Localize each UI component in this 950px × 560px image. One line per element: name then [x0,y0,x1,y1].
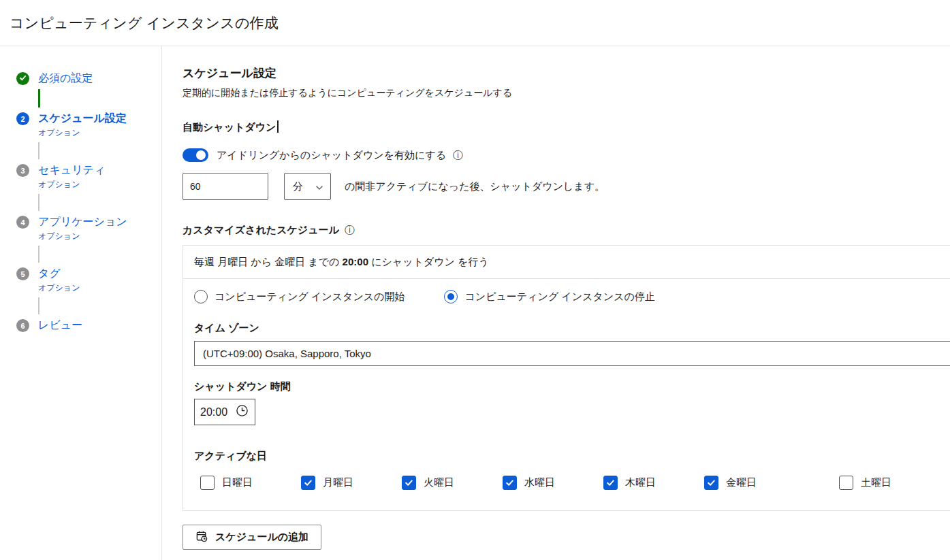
section-description: 定期的に開始または停止するようにコンピューティングをスケジュールする [183,87,950,99]
timezone-label: タイム ゾーン [194,322,950,335]
step-connector [38,297,39,314]
wizard-steps-sidebar: 必須の設定 2 スケジュール設定 オプション 3 セキュリティ オプション 4 … [0,46,162,560]
toggle-knob [196,150,206,160]
shutdown-time-label: シャットダウン 時間 [194,380,950,393]
schedule-summary: 毎週 月曜日 から 金曜日 までの 20:00 にシャットダウン を行う [183,246,950,279]
sidebar-item-required-settings[interactable]: 必須の設定 [16,71,161,86]
sidebar-item-review[interactable]: 6 レビュー [16,318,161,333]
step-number-circle: 6 [16,319,29,332]
sidebar-item-schedule-settings[interactable]: 2 スケジュール設定 オプション [16,111,161,139]
schedule-summary-time: 20:00 [343,256,368,267]
page-title: コンピューティング インスタンスの作成 [10,14,950,33]
timezone-value: (UTC+09:00) Osaka, Sapporo, Tokyo [203,348,371,359]
clock-icon[interactable] [236,404,249,420]
step-number-circle: 5 [16,267,29,280]
checkbox-monday[interactable]: 月曜日 [301,476,402,490]
checkbox-label: 水曜日 [524,476,555,489]
sidebar-item-sublabel: オプション [38,127,127,139]
info-icon[interactable]: ⓘ [345,224,355,236]
checkbox-label: 火曜日 [424,476,454,489]
text-cursor [277,120,279,133]
step-number-circle: 2 [16,112,29,125]
radio-circle [444,290,458,303]
sidebar-item-applications[interactable]: 4 アプリケーション オプション [16,214,161,242]
checkbox-saturday[interactable]: 土曜日 [839,476,940,490]
checkbox-label: 金曜日 [726,476,757,489]
checkbox-label: 土曜日 [861,476,891,489]
step-number-circle: 3 [16,164,29,177]
sidebar-item-label[interactable]: 必須の設定 [38,71,93,86]
auto-shutdown-heading: 自動シャットダウン [183,120,950,134]
checkbox-wednesday[interactable]: 水曜日 [503,476,603,490]
checkbox-box [704,476,718,490]
shutdown-time-value: 20:00 [200,406,227,418]
sidebar-item-label[interactable]: アプリケーション [38,214,127,229]
checkbox-box [402,476,416,490]
checkbox-box [603,476,618,490]
schedule-card: 毎週 月曜日 から 金曜日 までの 20:00 にシャットダウン を行う コンピ… [183,245,950,511]
section-title: スケジュール設定 [183,65,950,81]
active-days-group: 日曜日 月曜日 火曜日 水曜日 木曜日 [200,476,950,490]
calendar-add-icon [195,530,208,545]
active-days-label: アクティブな日 [194,450,950,463]
step-number-circle: 4 [16,216,29,229]
sidebar-item-sublabel: オプション [38,179,105,191]
idle-unit-select[interactable]: 分 [284,173,331,200]
checkbox-box [200,476,215,490]
checkbox-box [301,476,315,490]
step-connector [38,142,39,159]
step-connector [38,246,39,263]
sidebar-item-label[interactable]: スケジュール設定 [38,111,127,126]
sidebar-item-label[interactable]: レビュー [38,318,82,333]
idle-shutdown-toggle-label: アイドリングからのシャットダウンを有効にする [217,149,446,162]
sidebar-item-label[interactable]: セキュリティ [38,163,105,178]
sidebar-item-security[interactable]: 3 セキュリティ オプション [16,163,161,191]
radio-label: コンピューティング インスタンスの停止 [464,291,654,303]
radio-stop-instance[interactable]: コンピューティング インスタンスの停止 [444,290,654,303]
timezone-select[interactable]: (UTC+09:00) Osaka, Sapporo, Tokyo [194,341,950,366]
checkbox-sunday[interactable]: 日曜日 [200,476,301,490]
custom-schedule-heading: カスタマイズされたスケジュールⓘ [183,224,950,237]
add-schedule-button[interactable]: スケジュールの追加 [183,525,321,550]
checkbox-friday[interactable]: 金曜日 [704,476,839,490]
chevron-down-icon [315,181,323,193]
radio-start-instance[interactable]: コンピューティング インスタンスの開始 [194,290,405,303]
checkbox-box [503,476,517,490]
idle-suffix-text: の間非アクティブになった後、シャットダウンします。 [345,180,605,193]
info-icon[interactable]: ⓘ [453,149,463,162]
idle-shutdown-toggle[interactable] [183,148,208,162]
add-schedule-button-label: スケジュールの追加 [215,531,308,544]
checkbox-box [839,476,853,490]
idle-unit-value: 分 [293,180,303,193]
page-header: コンピューティング インスタンスの作成 [0,0,950,46]
checkbox-label: 月曜日 [323,476,353,489]
idle-minutes-input[interactable] [183,173,268,200]
sidebar-item-sublabel: オプション [38,282,80,294]
step-connector [38,89,40,108]
checkbox-label: 日曜日 [222,476,253,489]
radio-label: コンピューティング インスタンスの開始 [215,291,405,303]
step-done-circle [16,72,29,85]
step-connector [38,194,39,211]
sidebar-item-tags[interactable]: 5 タグ オプション [16,266,161,294]
radio-circle [194,290,208,303]
check-icon [19,74,27,83]
checkbox-thursday[interactable]: 木曜日 [603,476,704,490]
shutdown-time-input[interactable]: 20:00 [194,399,255,425]
schedule-settings-panel: スケジュール設定 定期的に開始または停止するようにコンピューティングをスケジュー… [162,46,950,560]
sidebar-item-sublabel: オプション [38,231,127,242]
checkbox-label: 木曜日 [625,476,656,489]
checkbox-tuesday[interactable]: 火曜日 [402,476,503,490]
sidebar-item-label[interactable]: タグ [38,266,80,281]
